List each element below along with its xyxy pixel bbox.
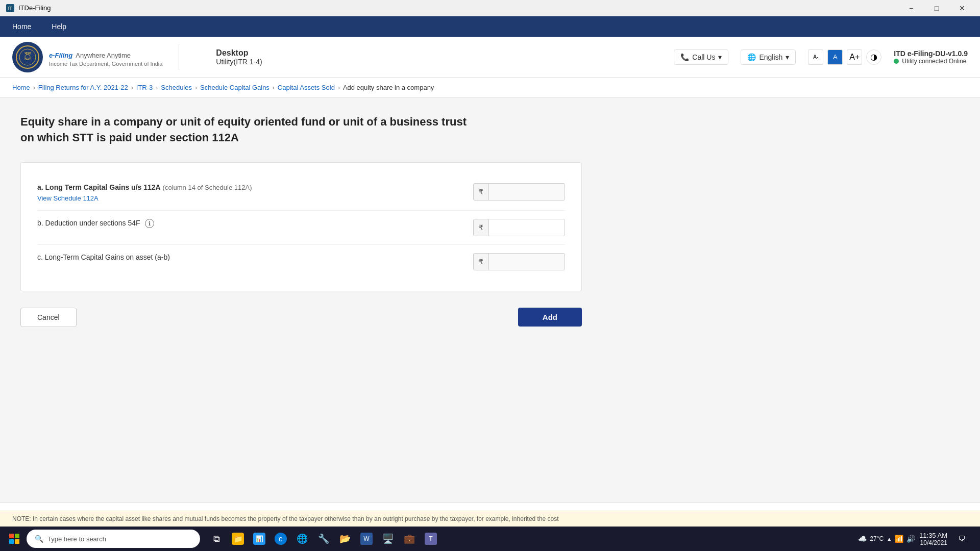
call-us-button[interactable]: 📞 Call Us ▾ — [674, 49, 728, 65]
input-field-c[interactable] — [489, 254, 565, 270]
word-app-icon: W — [360, 533, 373, 545]
logo-emblem: भारत INDIA — [12, 42, 43, 72]
app-icon-1[interactable]: 📊 — [249, 529, 270, 549]
app-icon-4[interactable]: 🖥️ — [378, 529, 398, 549]
globe-icon: 🌐 — [747, 53, 756, 61]
taskbar-search-box[interactable]: 🔍 Type here to search — [27, 530, 200, 548]
logo-brand: e-Filing Anywhere Anytime — [49, 47, 162, 61]
maximize-button[interactable]: □ — [925, 0, 948, 16]
word-icon[interactable]: W — [356, 529, 377, 549]
breadcrumb-capital-assets[interactable]: Capital Assets Sold — [278, 84, 335, 91]
call-us-label: Call Us — [692, 53, 715, 61]
breadcrumb-sep-4: › — [195, 84, 197, 91]
form-label-a-sub: (column 14 of Schedule 112A) — [163, 184, 252, 191]
breadcrumb-sep-5: › — [273, 84, 275, 91]
folder-icon: 📁 — [232, 533, 244, 545]
breadcrumb-current: Add equity share in a company — [343, 84, 434, 91]
app5-icon: 💼 — [403, 533, 415, 545]
form-label-a: a. Long Term Capital Gains u/s 112A (col… — [37, 183, 473, 202]
app-icon-3[interactable]: 📂 — [335, 529, 355, 549]
clock-time: 11:35 AM — [919, 532, 947, 539]
logo-text: e-Filing Anywhere Anytime Income Tax Dep… — [49, 47, 162, 67]
weather-icon: ☁️ — [858, 535, 867, 543]
minimize-button[interactable]: − — [899, 0, 923, 16]
app3-icon: 📂 — [339, 533, 351, 545]
call-us-chevron: ▾ — [718, 53, 722, 61]
font-controls: A- A A+ ◑ — [808, 49, 881, 65]
action-buttons: Cancel Add — [20, 308, 582, 327]
info-icon-b[interactable]: ℹ — [145, 219, 154, 228]
phone-icon: 📞 — [680, 53, 689, 61]
breadcrumb-filing[interactable]: Filing Returns for A.Y. 2021-22 — [38, 84, 128, 91]
status-text: Utility connected Online — [902, 58, 966, 65]
input-field-a[interactable] — [489, 184, 565, 200]
taskbar-clock[interactable]: 11:35 AM 10/4/2021 — [919, 532, 947, 546]
currency-prefix-a: ₹ — [474, 184, 489, 200]
clock-date: 10/4/2021 — [919, 539, 947, 546]
status-indicator — [894, 59, 899, 64]
menu-help[interactable]: Help — [47, 19, 70, 34]
search-icon: 🔍 — [35, 535, 43, 543]
app-title-line2: Utility(ITR 1-4) — [216, 58, 262, 66]
breadcrumb-schedule-cg[interactable]: Schedule Capital Gains — [200, 84, 270, 91]
taskview-button[interactable]: ⧉ — [206, 529, 227, 549]
header-right: 📞 Call Us ▾ 🌐 English ▾ A- A A+ ◑ ITD e-… — [674, 49, 968, 65]
taskbar: 🔍 Type here to search ⧉ 📁 📊 e 🌐 🔧 📂 W 🖥️ — [0, 527, 980, 551]
breadcrumb-sep-3: › — [156, 84, 158, 91]
font-normal-button[interactable]: A — [827, 49, 843, 65]
start-button[interactable] — [4, 529, 24, 549]
note-text: NOTE: In certain cases where the capital… — [12, 515, 559, 522]
app-icon: IT — [6, 4, 14, 12]
close-button[interactable]: ✕ — [950, 0, 974, 16]
breadcrumb: Home › Filing Returns for A.Y. 2021-22 ›… — [0, 78, 980, 98]
font-increase-button[interactable]: A+ — [847, 49, 862, 65]
currency-prefix-b: ₹ — [474, 219, 489, 236]
breadcrumb-sep-6: › — [338, 84, 340, 91]
cancel-button[interactable]: Cancel — [20, 308, 77, 327]
notification-icon: 🗨 — [958, 535, 965, 543]
app-icon-2[interactable]: 🔧 — [313, 529, 334, 549]
form-label-c: c. Long-Term Capital Gains on asset (a-b… — [37, 253, 473, 261]
chrome-icon[interactable]: 🌐 — [292, 529, 312, 549]
notification-button[interactable]: 🗨 — [951, 529, 972, 549]
logo-subtitle: Income Tax Department, Government of Ind… — [49, 61, 162, 67]
logo-area: भारत INDIA e-Filing Anywhere Anytime Inc… — [12, 42, 262, 72]
form-label-a-main: a. Long Term Capital Gains u/s 112A (col… — [37, 183, 457, 191]
font-decrease-button[interactable]: A- — [808, 49, 823, 65]
app-icon-5[interactable]: 💼 — [399, 529, 420, 549]
note-bar: NOTE: In certain cases where the capital… — [0, 511, 980, 527]
teams-icon[interactable]: T — [421, 529, 441, 549]
form-label-b: b. Deduction under sections 54F ℹ — [37, 219, 473, 229]
file-explorer-icon[interactable]: 📁 — [228, 529, 248, 549]
app2-icon: 🔧 — [317, 533, 330, 545]
breadcrumb-sep-1: › — [33, 84, 35, 91]
taskview-icon: ⧉ — [210, 533, 223, 545]
menu-home[interactable]: Home — [8, 19, 35, 34]
contrast-button[interactable]: ◑ — [866, 49, 881, 65]
input-group-c: ₹ — [473, 253, 565, 270]
input-field-b[interactable] — [489, 219, 565, 236]
input-group-a: ₹ — [473, 183, 565, 201]
language-label: English — [759, 53, 782, 61]
network-icon: 📶 — [895, 535, 903, 543]
language-chevron: ▾ — [786, 53, 789, 61]
breadcrumb-home[interactable]: Home — [12, 84, 30, 91]
taskbar-pinned-icons: ⧉ 📁 📊 e 🌐 🔧 📂 W 🖥️ 💼 T — [206, 529, 441, 549]
system-tray-icons: ☁️ 27°C ▲ 📶 🔊 — [858, 535, 915, 543]
sound-icon: 🔊 — [906, 535, 915, 543]
view-schedule-link[interactable]: View Schedule 112A — [37, 194, 457, 202]
form-card: a. Long Term Capital Gains u/s 112A (col… — [20, 162, 582, 291]
breadcrumb-itr3[interactable]: ITR-3 — [136, 84, 153, 91]
language-button[interactable]: 🌐 English ▾ — [741, 49, 796, 65]
form-row-c: c. Long-Term Capital Gains on asset (a-b… — [37, 245, 565, 279]
window-controls: − □ ✕ — [899, 0, 974, 16]
form-label-a-text: a. Long Term Capital Gains u/s 112A — [37, 183, 161, 191]
add-button[interactable]: Add — [518, 308, 582, 327]
chrome-logo-icon: 🌐 — [296, 533, 308, 545]
temperature: 27°C — [870, 535, 884, 542]
edge-icon[interactable]: e — [271, 529, 291, 549]
app1-icon: 📊 — [253, 533, 265, 545]
itd-version: ITD e-Filing-DU-v1.0.9 — [894, 49, 968, 58]
breadcrumb-schedules[interactable]: Schedules — [161, 84, 192, 91]
main-content: Equity share in a company or unit of equ… — [0, 98, 980, 523]
